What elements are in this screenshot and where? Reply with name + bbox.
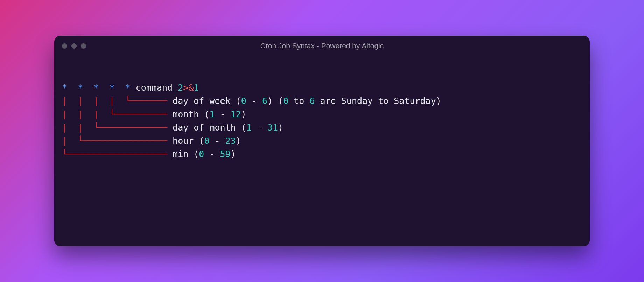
code-content: * * * * * command 2>&1 | | | | └─────── … [54,56,590,161]
tree-pipes: | | [62,122,93,133]
redirect-gt: > [183,83,188,93]
minimize-dot-icon[interactable] [71,43,77,49]
tree-branch: └───────────── [93,122,173,133]
command-text: command [136,83,173,93]
month-label: month ( [173,109,209,119]
tree-pipes: | | | [62,109,109,119]
redirect-fd: 2 [178,83,183,93]
min-label: min ( [173,149,199,159]
traffic-lights [62,43,86,49]
titlebar: Cron Job Syntax - Powered by Altogic [54,36,590,56]
hour-label: hour ( [173,136,204,146]
dow-label: day of week ( [173,96,241,106]
tree-branch: └─────────────────── [62,149,173,159]
redirect-target: 1 [194,83,199,93]
tree-pipes: | | | | [62,96,125,106]
terminal-window: Cron Job Syntax - Powered by Altogic * *… [54,36,590,246]
dom-label: day of month ( [173,122,246,133]
tree-branch: └────────── [109,109,173,119]
window-title: Cron Job Syntax - Powered by Altogic [54,42,590,50]
tree-branch: └──────────────── [78,136,173,146]
tree-pipes: | [62,136,78,146]
zoom-dot-icon[interactable] [81,43,86,49]
close-dot-icon[interactable] [62,43,67,49]
cron-stars: * * * * * [62,83,131,93]
tree-branch: └─────── [125,96,173,106]
redirect-amp: & [188,83,194,93]
